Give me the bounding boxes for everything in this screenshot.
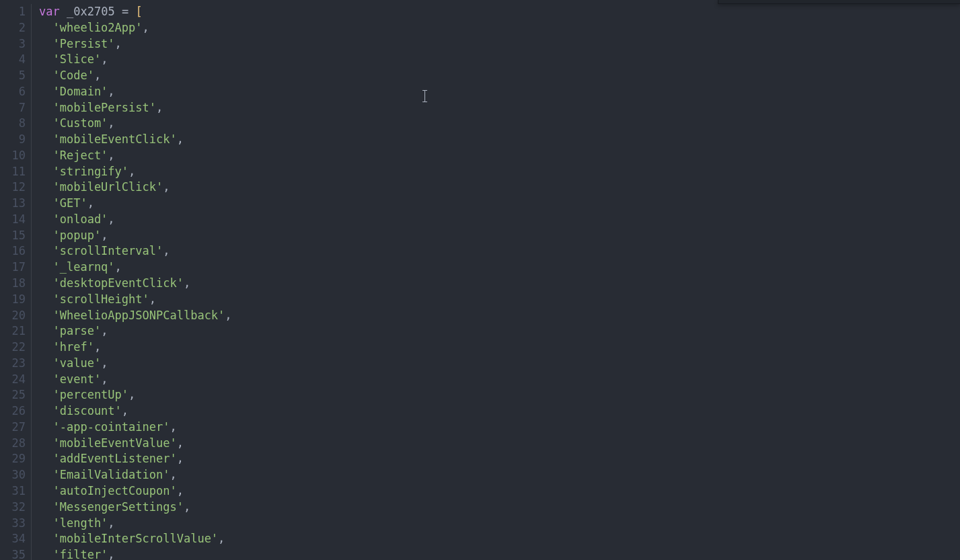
string-literal: 'mobileUrlClick' <box>52 180 163 194</box>
code-line[interactable]: 'parse', <box>39 323 960 339</box>
comma: , <box>94 69 101 82</box>
line-number: 13 <box>0 196 26 212</box>
string-literal: 'mobileEventValue' <box>52 436 176 450</box>
string-literal: 'addEventListener' <box>52 452 176 465</box>
line-number: 28 <box>0 436 26 452</box>
code-line[interactable]: 'mobileInterScrollValue', <box>39 531 960 547</box>
code-line[interactable]: 'WheelioAppJSONPCallback', <box>39 308 960 324</box>
comma: , <box>170 468 176 481</box>
line-number: 9 <box>0 132 26 148</box>
comma: , <box>108 116 114 130</box>
comma: , <box>108 548 114 560</box>
line-number-gutter[interactable]: 1234567891011121314151617181920212223242… <box>0 0 31 560</box>
comma: , <box>156 101 163 114</box>
line-number: 12 <box>0 179 26 196</box>
string-literal: 'stringify' <box>52 165 128 178</box>
line-number: 30 <box>0 467 26 483</box>
comma: , <box>94 340 101 354</box>
code-line[interactable]: '-app-cointainer', <box>39 419 960 436</box>
string-literal: 'percentUp' <box>52 388 128 401</box>
code-line[interactable]: 'length', <box>39 516 960 532</box>
code-line[interactable]: 'percentUp', <box>39 387 960 403</box>
comma: , <box>108 516 114 530</box>
line-number: 21 <box>0 323 26 339</box>
string-literal: 'event' <box>52 372 101 386</box>
code-line[interactable]: 'Persist', <box>39 36 960 52</box>
code-line[interactable]: 'event', <box>39 372 960 388</box>
line-number: 26 <box>0 403 26 419</box>
line-number: 24 <box>0 372 26 388</box>
comma: , <box>108 212 114 226</box>
comma: , <box>101 229 108 242</box>
code-line[interactable]: 'Custom', <box>39 116 960 132</box>
code-content[interactable]: var _0x2705 = ['wheelio2App','Persist','… <box>34 0 960 560</box>
string-literal: 'parse' <box>52 324 101 337</box>
code-line[interactable]: 'Code', <box>39 68 960 84</box>
line-number: 7 <box>0 100 26 116</box>
line-number: 6 <box>0 84 26 100</box>
line-number: 33 <box>0 516 26 532</box>
keyword-var: var <box>39 5 60 18</box>
code-line[interactable]: 'stringify', <box>39 164 960 180</box>
code-line[interactable]: 'value', <box>39 356 960 372</box>
comma: , <box>128 388 135 401</box>
comma: , <box>177 484 184 497</box>
string-literal: 'EmailValidation' <box>52 468 170 481</box>
code-line[interactable]: 'addEventListener', <box>39 451 960 467</box>
comma: , <box>101 52 108 66</box>
code-line[interactable]: 'mobileUrlClick', <box>39 179 960 196</box>
line-number: 2 <box>0 20 26 36</box>
comma: , <box>170 420 176 434</box>
identifier: _0x2705 <box>67 5 115 18</box>
comma: , <box>184 500 190 514</box>
line-number: 8 <box>0 116 26 132</box>
line-number: 5 <box>0 68 26 84</box>
code-line[interactable]: 'wheelio2App', <box>39 20 960 36</box>
string-literal: 'mobilePersist' <box>52 101 156 114</box>
string-literal: 'length' <box>52 516 108 530</box>
comma: , <box>184 276 190 290</box>
string-literal: 'desktopEventClick' <box>52 276 183 290</box>
code-line[interactable]: 'mobilePersist', <box>39 100 960 116</box>
code-line[interactable]: 'autoInjectCoupon', <box>39 483 960 499</box>
code-editor[interactable]: 1234567891011121314151617181920212223242… <box>0 0 960 560</box>
code-line[interactable]: 'discount', <box>39 403 960 419</box>
comma: , <box>108 85 114 98</box>
code-line[interactable]: 'Reject', <box>39 148 960 164</box>
comma: , <box>87 196 94 210</box>
comma: , <box>108 149 114 162</box>
string-literal: 'autoInjectCoupon' <box>52 484 176 497</box>
string-literal: 'Domain' <box>52 85 108 98</box>
code-line[interactable]: 'mobileEventValue', <box>39 436 960 452</box>
collapsed-find-panel[interactable] <box>718 0 960 4</box>
code-line[interactable]: 'href', <box>39 339 960 356</box>
line-number: 1 <box>0 4 26 20</box>
comma: , <box>101 372 108 386</box>
code-line[interactable]: 'desktopEventClick', <box>39 276 960 292</box>
code-line[interactable]: 'Domain', <box>39 84 960 100</box>
code-line[interactable]: var _0x2705 = [ <box>39 4 960 20</box>
code-line[interactable]: 'scrollHeight', <box>39 292 960 308</box>
string-literal: 'GET' <box>52 196 87 210</box>
string-literal: 'mobileInterScrollValue' <box>52 532 218 545</box>
code-line[interactable]: 'onload', <box>39 212 960 228</box>
code-line[interactable]: 'scrollInterval', <box>39 243 960 259</box>
code-line[interactable]: 'GET', <box>39 196 960 212</box>
code-line[interactable]: 'filter', <box>39 547 960 560</box>
code-line[interactable]: 'mobileEventClick', <box>39 132 960 148</box>
code-line[interactable]: 'EmailValidation', <box>39 467 960 483</box>
bracket-open: [ <box>135 5 142 18</box>
line-number: 16 <box>0 243 26 259</box>
code-line[interactable]: '_learnq', <box>39 259 960 276</box>
string-literal: 'href' <box>52 340 94 354</box>
string-literal: 'mobileEventClick' <box>52 132 176 146</box>
string-literal: 'wheelio2App' <box>52 21 142 34</box>
line-number: 35 <box>0 547 26 560</box>
comma: , <box>177 452 184 465</box>
code-line[interactable]: 'Slice', <box>39 52 960 68</box>
string-literal: 'scrollHeight' <box>52 292 149 306</box>
string-literal: 'Persist' <box>52 37 114 50</box>
string-literal: '_learnq' <box>52 260 114 274</box>
code-line[interactable]: 'popup', <box>39 228 960 244</box>
code-line[interactable]: 'MessengerSettings', <box>39 499 960 516</box>
